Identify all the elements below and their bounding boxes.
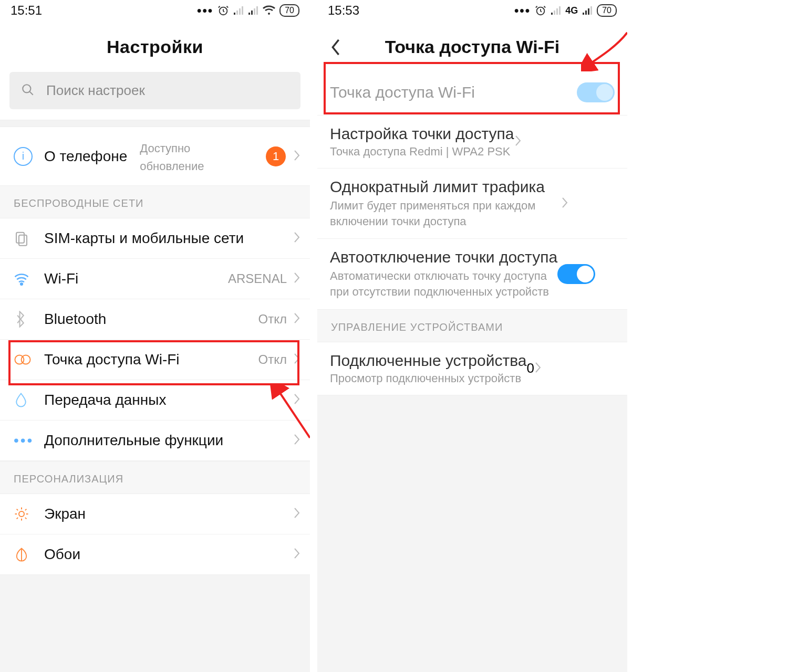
hotspot-toggle[interactable]	[577, 82, 615, 102]
section-wireless: БЕСПРОВОДНЫЕ СЕТИ	[0, 186, 310, 218]
status-bar: 15:53 ••• 4G 70	[317, 0, 627, 20]
battery-indicator: 70	[597, 4, 617, 17]
row-wallpaper[interactable]: Обои	[0, 534, 310, 575]
status-time: 15:51	[11, 3, 42, 18]
about-label: О телефоне	[44, 148, 127, 165]
bt-value: Откл	[258, 312, 287, 327]
hotspot-icon	[14, 352, 44, 368]
chevron-right-icon	[514, 134, 522, 149]
row-auto-off[interactable]: Автоотключение точки доступа Автоматичес…	[317, 239, 627, 309]
battery-indicator: 70	[279, 4, 299, 17]
sim-icon	[14, 230, 44, 246]
page-title: Точка доступа Wi-Fi	[351, 37, 594, 57]
back-button[interactable]	[330, 38, 351, 56]
about-sub2: обновление	[140, 159, 204, 174]
chevron-right-icon	[293, 271, 300, 286]
display-icon	[14, 506, 44, 522]
svg-point-4	[20, 284, 23, 286]
status-bar: 15:51 ••• 70	[0, 0, 310, 20]
hotspot-value: Откл	[258, 352, 287, 367]
search-placeholder: Поиск настроек	[46, 82, 145, 99]
wifi-icon	[14, 272, 44, 286]
alarm-icon	[217, 5, 229, 16]
search-icon	[21, 83, 35, 99]
row-traffic-limit[interactable]: Однократный лимит трафика Лимит будет пр…	[317, 169, 627, 239]
section-personal: ПЕРСОНАЛИЗАЦИЯ	[0, 461, 310, 494]
connected-count: 0	[527, 360, 534, 376]
chevron-right-icon	[293, 547, 300, 562]
chevron-right-icon	[293, 393, 300, 407]
chevron-right-icon	[293, 352, 300, 367]
signal-1-icon	[551, 6, 561, 15]
signal-1-icon	[233, 6, 244, 15]
row-hotspot-toggle[interactable]: Точка доступа Wi-Fi	[317, 70, 627, 116]
svg-rect-3	[19, 235, 27, 246]
svg-rect-2	[16, 233, 24, 243]
status-time: 15:53	[328, 3, 359, 18]
row-wifi[interactable]: Wi-Fi ARSENAL	[0, 259, 310, 299]
signal-2-icon	[582, 6, 593, 15]
chevron-right-icon	[293, 433, 300, 448]
auto-off-toggle[interactable]	[557, 264, 595, 284]
chevron-right-icon	[534, 361, 542, 376]
chevron-right-icon	[293, 507, 300, 521]
row-more-features[interactable]: ••• Дополнительные функции	[0, 421, 310, 461]
bluetooth-icon	[14, 311, 44, 328]
row-bluetooth[interactable]: Bluetooth Откл	[0, 299, 310, 340]
page-title: Настройки	[0, 37, 310, 57]
chevron-right-icon	[293, 231, 300, 246]
wallpaper-icon	[14, 547, 44, 562]
chevron-right-icon	[561, 196, 568, 211]
row-sim[interactable]: SIM-карты и мобильные сети	[0, 218, 310, 259]
network-label: 4G	[565, 5, 578, 16]
row-hotspot[interactable]: Точка доступа Wi-Fi Откл	[0, 340, 310, 380]
more-icon: •••	[14, 432, 44, 449]
info-icon: i	[14, 147, 44, 166]
svg-point-6	[22, 355, 30, 364]
svg-point-7	[19, 511, 24, 517]
chevron-right-icon	[293, 312, 300, 327]
svg-point-1	[23, 85, 30, 92]
signal-2-icon	[248, 6, 258, 15]
section-devices: УПРАВЛЕНИЕ УСТРОЙСТВАМИ	[317, 309, 627, 342]
status-more-icon: •••	[197, 3, 213, 18]
alarm-icon	[535, 5, 546, 16]
about-sub1: Доступно	[140, 141, 204, 156]
row-setup-hotspot[interactable]: Настройка точки доступа Точка доступа Re…	[317, 116, 627, 169]
chevron-right-icon	[293, 149, 300, 164]
data-icon	[14, 392, 44, 408]
row-data-usage[interactable]: Передача данных	[0, 380, 310, 421]
screenshot-settings: 15:51 ••• 70 Настройки Поиск настроек i …	[0, 0, 310, 672]
search-settings[interactable]: Поиск настроек	[9, 72, 300, 109]
header: Точка доступа Wi-Fi	[317, 37, 627, 57]
row-connected-devices[interactable]: Подключенные устройства Просмотр подключ…	[317, 342, 627, 395]
wifi-value: ARSENAL	[228, 271, 287, 286]
update-badge: 1	[266, 146, 286, 166]
screenshot-hotspot: 15:53 ••• 4G 70 Точка доступа Wi-Fi Точк…	[317, 0, 627, 672]
row-display[interactable]: Экран	[0, 494, 310, 534]
wifi-icon	[263, 5, 275, 16]
row-about-phone[interactable]: i О телефоне Доступно обновление 1	[0, 127, 310, 186]
status-more-icon: •••	[514, 3, 531, 18]
